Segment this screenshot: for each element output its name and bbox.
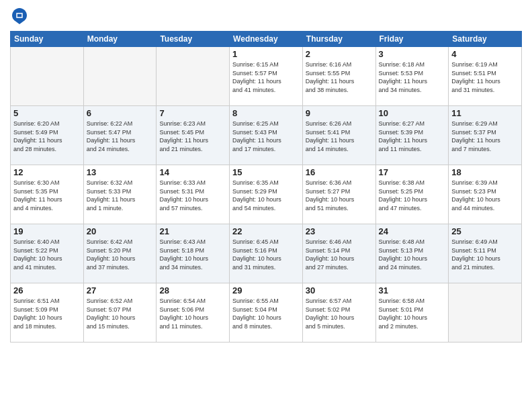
day-number: 16 bbox=[306, 167, 373, 177]
calendar-day-cell: 7Sunrise: 6:23 AM Sunset: 5:45 PM Daylig… bbox=[157, 106, 230, 165]
day-number: 24 bbox=[379, 226, 446, 236]
day-info: Sunrise: 6:49 AM Sunset: 5:11 PM Dayligh… bbox=[451, 238, 519, 271]
day-info: Sunrise: 6:16 AM Sunset: 5:55 PM Dayligh… bbox=[306, 60, 373, 94]
calendar-day-cell: 3Sunrise: 6:18 AM Sunset: 5:53 PM Daylig… bbox=[375, 47, 449, 106]
day-info: Sunrise: 6:42 AM Sunset: 5:20 PM Dayligh… bbox=[87, 238, 154, 271]
day-info: Sunrise: 6:40 AM Sunset: 5:22 PM Dayligh… bbox=[13, 238, 81, 271]
day-info: Sunrise: 6:52 AM Sunset: 5:07 PM Dayligh… bbox=[87, 297, 154, 330]
calendar-day-cell: 23Sunrise: 6:46 AM Sunset: 5:14 PM Dayli… bbox=[302, 224, 375, 283]
day-info: Sunrise: 6:57 AM Sunset: 5:02 PM Dayligh… bbox=[306, 297, 373, 330]
calendar-day-cell: 26Sunrise: 6:51 AM Sunset: 5:09 PM Dayli… bbox=[11, 283, 84, 342]
day-info: Sunrise: 6:23 AM Sunset: 5:45 PM Dayligh… bbox=[159, 120, 226, 153]
day-info: Sunrise: 6:32 AM Sunset: 5:33 PM Dayligh… bbox=[87, 179, 154, 212]
calendar-week-row: 5Sunrise: 6:20 AM Sunset: 5:49 PM Daylig… bbox=[11, 106, 522, 165]
day-number: 14 bbox=[159, 167, 226, 177]
day-info: Sunrise: 6:26 AM Sunset: 5:41 PM Dayligh… bbox=[306, 120, 373, 153]
day-info: Sunrise: 6:46 AM Sunset: 5:14 PM Dayligh… bbox=[306, 238, 373, 271]
weekday-header-sunday: Sunday bbox=[11, 32, 84, 47]
calendar-day-cell bbox=[449, 283, 522, 342]
calendar-day-cell: 30Sunrise: 6:57 AM Sunset: 5:02 PM Dayli… bbox=[302, 283, 375, 342]
day-number: 9 bbox=[306, 108, 373, 118]
day-info: Sunrise: 6:30 AM Sunset: 5:35 PM Dayligh… bbox=[13, 179, 81, 212]
calendar-day-cell: 4Sunrise: 6:19 AM Sunset: 5:51 PM Daylig… bbox=[449, 47, 522, 106]
day-number: 22 bbox=[232, 226, 300, 236]
weekday-header-tuesday: Tuesday bbox=[157, 32, 230, 47]
day-info: Sunrise: 6:36 AM Sunset: 5:27 PM Dayligh… bbox=[306, 179, 373, 212]
day-info: Sunrise: 6:38 AM Sunset: 5:25 PM Dayligh… bbox=[379, 179, 446, 212]
calendar-day-cell bbox=[157, 47, 230, 106]
calendar-day-cell: 28Sunrise: 6:54 AM Sunset: 5:06 PM Dayli… bbox=[157, 283, 230, 342]
day-info: Sunrise: 6:33 AM Sunset: 5:31 PM Dayligh… bbox=[159, 179, 226, 212]
day-number: 2 bbox=[306, 49, 373, 59]
day-info: Sunrise: 6:15 AM Sunset: 5:57 PM Dayligh… bbox=[232, 60, 300, 94]
day-number: 3 bbox=[379, 49, 446, 59]
day-number: 15 bbox=[232, 167, 300, 177]
calendar-day-cell: 24Sunrise: 6:48 AM Sunset: 5:13 PM Dayli… bbox=[375, 224, 449, 283]
day-number: 7 bbox=[159, 108, 226, 118]
weekday-header-thursday: Thursday bbox=[302, 32, 375, 47]
day-number: 28 bbox=[159, 285, 226, 295]
day-number: 29 bbox=[232, 285, 300, 295]
day-info: Sunrise: 6:48 AM Sunset: 5:13 PM Dayligh… bbox=[379, 238, 446, 271]
day-number: 26 bbox=[13, 285, 81, 295]
calendar-day-cell: 21Sunrise: 6:43 AM Sunset: 5:18 PM Dayli… bbox=[157, 224, 230, 283]
calendar-day-cell: 13Sunrise: 6:32 AM Sunset: 5:33 PM Dayli… bbox=[83, 165, 157, 224]
calendar-day-cell bbox=[83, 47, 157, 106]
day-info: Sunrise: 6:18 AM Sunset: 5:53 PM Dayligh… bbox=[379, 60, 446, 94]
calendar-day-cell: 14Sunrise: 6:33 AM Sunset: 5:31 PM Dayli… bbox=[157, 165, 230, 224]
calendar-day-cell: 9Sunrise: 6:26 AM Sunset: 5:41 PM Daylig… bbox=[302, 106, 375, 165]
day-number: 25 bbox=[451, 226, 519, 236]
calendar-day-cell bbox=[11, 47, 84, 106]
logo bbox=[10, 7, 32, 26]
calendar-day-cell: 29Sunrise: 6:55 AM Sunset: 5:04 PM Dayli… bbox=[230, 283, 303, 342]
calendar-day-cell: 12Sunrise: 6:30 AM Sunset: 5:35 PM Dayli… bbox=[11, 165, 84, 224]
day-info: Sunrise: 6:45 AM Sunset: 5:16 PM Dayligh… bbox=[232, 238, 300, 271]
day-info: Sunrise: 6:54 AM Sunset: 5:06 PM Dayligh… bbox=[159, 297, 226, 330]
calendar-day-cell: 17Sunrise: 6:38 AM Sunset: 5:25 PM Dayli… bbox=[375, 165, 449, 224]
day-info: Sunrise: 6:20 AM Sunset: 5:49 PM Dayligh… bbox=[13, 120, 81, 153]
day-number: 30 bbox=[306, 285, 373, 295]
day-number: 6 bbox=[87, 108, 154, 118]
calendar-day-cell: 20Sunrise: 6:42 AM Sunset: 5:20 PM Dayli… bbox=[83, 224, 157, 283]
day-number: 17 bbox=[379, 167, 446, 177]
calendar-week-row: 26Sunrise: 6:51 AM Sunset: 5:09 PM Dayli… bbox=[11, 283, 522, 342]
day-number: 1 bbox=[232, 49, 300, 59]
calendar-week-row: 1Sunrise: 6:15 AM Sunset: 5:57 PM Daylig… bbox=[11, 47, 522, 106]
day-info: Sunrise: 6:51 AM Sunset: 5:09 PM Dayligh… bbox=[13, 297, 81, 330]
calendar-day-cell: 16Sunrise: 6:36 AM Sunset: 5:27 PM Dayli… bbox=[302, 165, 375, 224]
calendar-week-row: 12Sunrise: 6:30 AM Sunset: 5:35 PM Dayli… bbox=[11, 165, 522, 224]
day-info: Sunrise: 6:39 AM Sunset: 5:23 PM Dayligh… bbox=[451, 179, 519, 212]
day-info: Sunrise: 6:27 AM Sunset: 5:39 PM Dayligh… bbox=[379, 120, 446, 153]
header bbox=[10, 7, 522, 26]
calendar-day-cell: 18Sunrise: 6:39 AM Sunset: 5:23 PM Dayli… bbox=[449, 165, 522, 224]
calendar-day-cell: 2Sunrise: 6:16 AM Sunset: 5:55 PM Daylig… bbox=[302, 47, 375, 106]
day-number: 20 bbox=[87, 226, 154, 236]
calendar-day-cell: 6Sunrise: 6:22 AM Sunset: 5:47 PM Daylig… bbox=[83, 106, 157, 165]
day-info: Sunrise: 6:19 AM Sunset: 5:51 PM Dayligh… bbox=[451, 60, 519, 94]
calendar-header-row: SundayMondayTuesdayWednesdayThursdayFrid… bbox=[11, 32, 522, 47]
day-number: 10 bbox=[379, 108, 446, 118]
day-number: 21 bbox=[159, 226, 226, 236]
day-number: 12 bbox=[13, 167, 81, 177]
calendar-day-cell: 25Sunrise: 6:49 AM Sunset: 5:11 PM Dayli… bbox=[449, 224, 522, 283]
day-number: 23 bbox=[306, 226, 373, 236]
day-number: 31 bbox=[379, 285, 446, 295]
calendar-day-cell: 31Sunrise: 6:58 AM Sunset: 5:01 PM Dayli… bbox=[375, 283, 449, 342]
calendar-day-cell: 8Sunrise: 6:25 AM Sunset: 5:43 PM Daylig… bbox=[230, 106, 303, 165]
day-number: 13 bbox=[87, 167, 154, 177]
day-info: Sunrise: 6:35 AM Sunset: 5:29 PM Dayligh… bbox=[232, 179, 300, 212]
day-number: 11 bbox=[451, 108, 519, 118]
weekday-header-saturday: Saturday bbox=[449, 32, 522, 47]
weekday-header-friday: Friday bbox=[375, 32, 449, 47]
calendar-day-cell: 22Sunrise: 6:45 AM Sunset: 5:16 PM Dayli… bbox=[230, 224, 303, 283]
weekday-header-monday: Monday bbox=[83, 32, 157, 47]
calendar-week-row: 19Sunrise: 6:40 AM Sunset: 5:22 PM Dayli… bbox=[11, 224, 522, 283]
day-info: Sunrise: 6:58 AM Sunset: 5:01 PM Dayligh… bbox=[379, 297, 446, 330]
logo-icon bbox=[10, 7, 29, 26]
day-number: 18 bbox=[451, 167, 519, 177]
day-info: Sunrise: 6:22 AM Sunset: 5:47 PM Dayligh… bbox=[87, 120, 154, 153]
day-number: 8 bbox=[232, 108, 300, 118]
calendar-day-cell: 11Sunrise: 6:29 AM Sunset: 5:37 PM Dayli… bbox=[449, 106, 522, 165]
day-info: Sunrise: 6:29 AM Sunset: 5:37 PM Dayligh… bbox=[451, 120, 519, 153]
day-info: Sunrise: 6:55 AM Sunset: 5:04 PM Dayligh… bbox=[232, 297, 300, 330]
